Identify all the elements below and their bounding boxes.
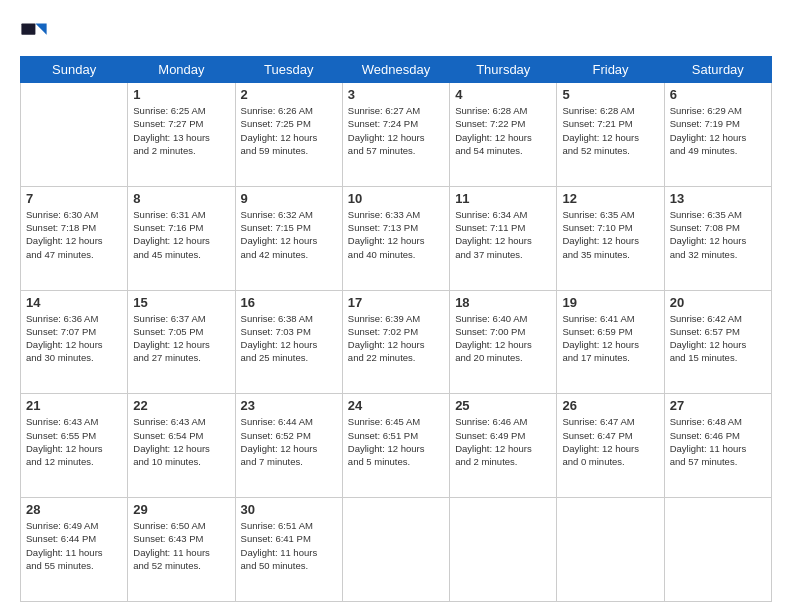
day-cell: 15Sunrise: 6:37 AM Sunset: 7:05 PM Dayli… (128, 290, 235, 394)
col-header-saturday: Saturday (664, 57, 771, 83)
day-cell: 22Sunrise: 6:43 AM Sunset: 6:54 PM Dayli… (128, 394, 235, 498)
day-number: 30 (241, 502, 337, 517)
day-cell: 16Sunrise: 6:38 AM Sunset: 7:03 PM Dayli… (235, 290, 342, 394)
day-cell: 20Sunrise: 6:42 AM Sunset: 6:57 PM Dayli… (664, 290, 771, 394)
day-info: Sunrise: 6:49 AM Sunset: 6:44 PM Dayligh… (26, 519, 122, 572)
day-info: Sunrise: 6:30 AM Sunset: 7:18 PM Dayligh… (26, 208, 122, 261)
svg-rect-1 (21, 24, 35, 35)
day-cell: 18Sunrise: 6:40 AM Sunset: 7:00 PM Dayli… (450, 290, 557, 394)
day-number: 13 (670, 191, 766, 206)
day-number: 14 (26, 295, 122, 310)
day-cell: 29Sunrise: 6:50 AM Sunset: 6:43 PM Dayli… (128, 498, 235, 602)
day-cell: 11Sunrise: 6:34 AM Sunset: 7:11 PM Dayli… (450, 186, 557, 290)
day-info: Sunrise: 6:48 AM Sunset: 6:46 PM Dayligh… (670, 415, 766, 468)
day-info: Sunrise: 6:35 AM Sunset: 7:08 PM Dayligh… (670, 208, 766, 261)
day-number: 6 (670, 87, 766, 102)
day-number: 19 (562, 295, 658, 310)
col-header-sunday: Sunday (21, 57, 128, 83)
day-cell (557, 498, 664, 602)
day-number: 20 (670, 295, 766, 310)
day-number: 29 (133, 502, 229, 517)
day-info: Sunrise: 6:47 AM Sunset: 6:47 PM Dayligh… (562, 415, 658, 468)
day-cell: 1Sunrise: 6:25 AM Sunset: 7:27 PM Daylig… (128, 83, 235, 187)
day-number: 27 (670, 398, 766, 413)
day-info: Sunrise: 6:33 AM Sunset: 7:13 PM Dayligh… (348, 208, 444, 261)
day-cell: 6Sunrise: 6:29 AM Sunset: 7:19 PM Daylig… (664, 83, 771, 187)
day-cell: 24Sunrise: 6:45 AM Sunset: 6:51 PM Dayli… (342, 394, 449, 498)
day-number: 7 (26, 191, 122, 206)
day-info: Sunrise: 6:50 AM Sunset: 6:43 PM Dayligh… (133, 519, 229, 572)
day-number: 22 (133, 398, 229, 413)
week-row-2: 7Sunrise: 6:30 AM Sunset: 7:18 PM Daylig… (21, 186, 772, 290)
day-number: 5 (562, 87, 658, 102)
col-header-wednesday: Wednesday (342, 57, 449, 83)
day-info: Sunrise: 6:37 AM Sunset: 7:05 PM Dayligh… (133, 312, 229, 365)
day-number: 2 (241, 87, 337, 102)
day-info: Sunrise: 6:28 AM Sunset: 7:21 PM Dayligh… (562, 104, 658, 157)
day-cell: 13Sunrise: 6:35 AM Sunset: 7:08 PM Dayli… (664, 186, 771, 290)
day-info: Sunrise: 6:36 AM Sunset: 7:07 PM Dayligh… (26, 312, 122, 365)
day-info: Sunrise: 6:27 AM Sunset: 7:24 PM Dayligh… (348, 104, 444, 157)
day-cell: 27Sunrise: 6:48 AM Sunset: 6:46 PM Dayli… (664, 394, 771, 498)
day-info: Sunrise: 6:38 AM Sunset: 7:03 PM Dayligh… (241, 312, 337, 365)
day-cell: 26Sunrise: 6:47 AM Sunset: 6:47 PM Dayli… (557, 394, 664, 498)
day-number: 23 (241, 398, 337, 413)
day-cell: 23Sunrise: 6:44 AM Sunset: 6:52 PM Dayli… (235, 394, 342, 498)
calendar-body: 1Sunrise: 6:25 AM Sunset: 7:27 PM Daylig… (21, 83, 772, 602)
logo (20, 18, 50, 46)
day-number: 28 (26, 502, 122, 517)
day-cell: 5Sunrise: 6:28 AM Sunset: 7:21 PM Daylig… (557, 83, 664, 187)
day-info: Sunrise: 6:41 AM Sunset: 6:59 PM Dayligh… (562, 312, 658, 365)
day-cell: 3Sunrise: 6:27 AM Sunset: 7:24 PM Daylig… (342, 83, 449, 187)
day-cell: 30Sunrise: 6:51 AM Sunset: 6:41 PM Dayli… (235, 498, 342, 602)
day-number: 10 (348, 191, 444, 206)
calendar-table: SundayMondayTuesdayWednesdayThursdayFrid… (20, 56, 772, 602)
day-number: 25 (455, 398, 551, 413)
day-number: 1 (133, 87, 229, 102)
day-info: Sunrise: 6:46 AM Sunset: 6:49 PM Dayligh… (455, 415, 551, 468)
page: SundayMondayTuesdayWednesdayThursdayFrid… (0, 0, 792, 612)
day-cell: 14Sunrise: 6:36 AM Sunset: 7:07 PM Dayli… (21, 290, 128, 394)
day-cell: 10Sunrise: 6:33 AM Sunset: 7:13 PM Dayli… (342, 186, 449, 290)
day-info: Sunrise: 6:45 AM Sunset: 6:51 PM Dayligh… (348, 415, 444, 468)
day-cell (21, 83, 128, 187)
day-cell (342, 498, 449, 602)
day-info: Sunrise: 6:26 AM Sunset: 7:25 PM Dayligh… (241, 104, 337, 157)
day-info: Sunrise: 6:43 AM Sunset: 6:55 PM Dayligh… (26, 415, 122, 468)
day-number: 3 (348, 87, 444, 102)
day-info: Sunrise: 6:31 AM Sunset: 7:16 PM Dayligh… (133, 208, 229, 261)
day-info: Sunrise: 6:51 AM Sunset: 6:41 PM Dayligh… (241, 519, 337, 572)
day-info: Sunrise: 6:43 AM Sunset: 6:54 PM Dayligh… (133, 415, 229, 468)
day-cell: 8Sunrise: 6:31 AM Sunset: 7:16 PM Daylig… (128, 186, 235, 290)
day-number: 9 (241, 191, 337, 206)
day-info: Sunrise: 6:32 AM Sunset: 7:15 PM Dayligh… (241, 208, 337, 261)
day-cell: 19Sunrise: 6:41 AM Sunset: 6:59 PM Dayli… (557, 290, 664, 394)
day-number: 12 (562, 191, 658, 206)
day-info: Sunrise: 6:44 AM Sunset: 6:52 PM Dayligh… (241, 415, 337, 468)
day-number: 11 (455, 191, 551, 206)
svg-marker-0 (35, 24, 46, 35)
day-cell: 9Sunrise: 6:32 AM Sunset: 7:15 PM Daylig… (235, 186, 342, 290)
day-number: 21 (26, 398, 122, 413)
day-number: 15 (133, 295, 229, 310)
day-info: Sunrise: 6:29 AM Sunset: 7:19 PM Dayligh… (670, 104, 766, 157)
logo-icon (20, 18, 48, 46)
week-row-1: 1Sunrise: 6:25 AM Sunset: 7:27 PM Daylig… (21, 83, 772, 187)
day-cell: 12Sunrise: 6:35 AM Sunset: 7:10 PM Dayli… (557, 186, 664, 290)
day-cell: 25Sunrise: 6:46 AM Sunset: 6:49 PM Dayli… (450, 394, 557, 498)
day-cell: 17Sunrise: 6:39 AM Sunset: 7:02 PM Dayli… (342, 290, 449, 394)
day-info: Sunrise: 6:28 AM Sunset: 7:22 PM Dayligh… (455, 104, 551, 157)
week-row-3: 14Sunrise: 6:36 AM Sunset: 7:07 PM Dayli… (21, 290, 772, 394)
day-number: 4 (455, 87, 551, 102)
day-cell: 4Sunrise: 6:28 AM Sunset: 7:22 PM Daylig… (450, 83, 557, 187)
day-number: 16 (241, 295, 337, 310)
day-cell: 2Sunrise: 6:26 AM Sunset: 7:25 PM Daylig… (235, 83, 342, 187)
day-info: Sunrise: 6:39 AM Sunset: 7:02 PM Dayligh… (348, 312, 444, 365)
day-info: Sunrise: 6:35 AM Sunset: 7:10 PM Dayligh… (562, 208, 658, 261)
day-info: Sunrise: 6:34 AM Sunset: 7:11 PM Dayligh… (455, 208, 551, 261)
day-number: 8 (133, 191, 229, 206)
header (20, 18, 772, 46)
day-cell (450, 498, 557, 602)
calendar-header: SundayMondayTuesdayWednesdayThursdayFrid… (21, 57, 772, 83)
col-header-monday: Monday (128, 57, 235, 83)
